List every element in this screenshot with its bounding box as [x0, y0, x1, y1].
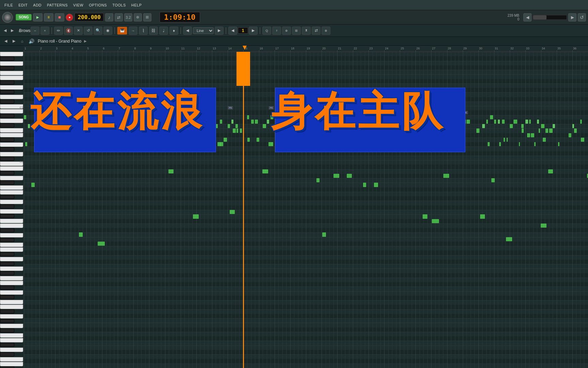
piano-key-36[interactable] [0, 224, 23, 228]
piano-key-55[interactable] [0, 314, 23, 319]
zoom-tool[interactable]: 🔍 [94, 27, 102, 35]
piano-key-28[interactable] [0, 185, 23, 190]
pr-arrow-icon[interactable]: ▶ [84, 39, 87, 43]
piano-key-37[interactable] [0, 228, 14, 232]
piano-key-49[interactable] [0, 286, 14, 290]
piano-key-62[interactable] [0, 348, 23, 352]
refresh-icon[interactable]: ↺ [578, 13, 586, 21]
bpm-display[interactable]: 200.000 [75, 13, 103, 21]
piano-key-19[interactable] [0, 142, 23, 147]
piano-key-50[interactable] [0, 290, 23, 295]
piano-key-2[interactable] [0, 61, 23, 66]
draw-tool[interactable]: ✏ [54, 27, 63, 35]
piano-key-21[interactable] [0, 152, 23, 156]
piano-key-8[interactable] [0, 90, 14, 94]
piano-key-59[interactable] [0, 333, 23, 338]
menu-tools[interactable]: TOOLS [110, 2, 128, 8]
piano-key-7[interactable] [0, 85, 23, 90]
piano-key-47[interactable] [0, 276, 23, 280]
pause-button[interactable]: ⏸ [44, 13, 53, 21]
piano-key-51[interactable] [0, 295, 14, 299]
piano-key-15[interactable] [0, 123, 14, 127]
glue-btn[interactable]: ⊞ [292, 27, 301, 35]
stop-button[interactable]: ⏹ [55, 13, 64, 21]
piano-key-5[interactable] [0, 76, 23, 80]
mute-tool[interactable]: 🔇 [64, 27, 73, 35]
piano-roll-grid[interactable]: 还在流浪 身在主队 E6E6E6E6E6F6F6E6E6E6E6E6 [24, 52, 588, 368]
strum-tool[interactable]: ♩ [159, 27, 168, 35]
pr-home[interactable]: ⌂ [19, 38, 25, 44]
piano-key-30[interactable] [0, 195, 14, 199]
piano-key-29[interactable] [0, 190, 23, 195]
pr-back[interactable]: ◀ [3, 38, 9, 44]
warp-btn[interactable]: ⧗ [302, 27, 311, 35]
menu-help[interactable]: HELP [129, 2, 144, 8]
arrow-right[interactable]: → [129, 27, 137, 35]
piano-key-53[interactable] [0, 305, 23, 309]
arp-btn[interactable]: ⊕ [282, 27, 291, 35]
quantize-btn[interactable]: Q [262, 27, 271, 35]
menu-patterns[interactable]: PATTERNS [45, 2, 70, 8]
piano-key-61[interactable] [0, 343, 14, 347]
piano-key-42[interactable] [0, 252, 14, 256]
piano-key-31[interactable] [0, 200, 23, 204]
chord-btn[interactable]: ♯ [272, 27, 281, 35]
piano-key-46[interactable] [0, 271, 14, 275]
piano-key-16[interactable] [0, 128, 23, 133]
piano-key-45[interactable] [0, 266, 23, 271]
piano-key-6[interactable] [0, 80, 14, 85]
piano-key-25[interactable] [0, 171, 14, 175]
nav-left-icon[interactable]: ◀ [523, 13, 532, 21]
piano-key-13[interactable] [0, 114, 14, 118]
piano-key-33[interactable] [0, 209, 23, 214]
piano-key-58[interactable] [0, 328, 14, 333]
mode-select[interactable]: Line None [193, 27, 214, 34]
menu-options[interactable]: OPTIONS [86, 2, 109, 8]
menu-file[interactable]: FILE [2, 2, 15, 8]
piano-key-26[interactable] [0, 176, 23, 180]
browser-btn[interactable]: Browser [23, 28, 30, 34]
piano-key-43[interactable] [0, 257, 23, 261]
piano-key-4[interactable] [0, 71, 23, 75]
nav-right-icon[interactable]: ▶ [568, 13, 576, 21]
marker-tool[interactable]: ♦ [169, 27, 178, 35]
step-next[interactable]: ▶ [249, 27, 258, 35]
piano-key-40[interactable] [0, 243, 23, 247]
piano-key-44[interactable] [0, 262, 14, 266]
piano-key-18[interactable] [0, 138, 14, 142]
snap-right[interactable]: ▶ [215, 27, 224, 35]
pr-icon[interactable]: 🎹 [117, 27, 127, 35]
piano-key-12[interactable] [0, 109, 23, 113]
piano-key-41[interactable] [0, 247, 23, 252]
erase-tool[interactable]: ✕ [74, 27, 83, 35]
piano-key-20[interactable] [0, 147, 14, 151]
piano-key-14[interactable] [0, 119, 23, 123]
piano-key-63[interactable] [0, 352, 14, 356]
speaker-tool[interactable]: ◉ [103, 27, 112, 35]
loop-icon[interactable]: ⇄ [115, 13, 123, 21]
piano-key-3[interactable] [0, 66, 14, 70]
minus-btn[interactable]: − [31, 27, 39, 35]
piano-key-39[interactable] [0, 238, 14, 242]
link-tool[interactable]: ⛓ [149, 27, 158, 35]
playlist-icon[interactable]: ⊞ [143, 13, 151, 21]
piano-key-35[interactable] [0, 219, 23, 223]
play-button[interactable]: ▶ [33, 13, 43, 21]
record-button[interactable]: ● [66, 14, 73, 21]
overdub-icon[interactable]: 3.2 [124, 13, 132, 21]
bend-tool[interactable]: ⌇ [139, 27, 148, 35]
piano-key-32[interactable] [0, 204, 14, 209]
loop-tool[interactable]: ↺ [84, 27, 93, 35]
piano-key-10[interactable] [0, 99, 14, 104]
pr-fwd[interactable]: ▶ [11, 38, 17, 44]
piano-key-34[interactable] [0, 214, 14, 218]
piano-key-24[interactable] [0, 166, 23, 171]
flip-btn[interactable]: ⇄ [312, 27, 321, 35]
piano-key-56[interactable] [0, 319, 14, 323]
song-button[interactable]: SONG [16, 14, 32, 20]
piano-key-1[interactable] [0, 57, 14, 61]
piano-key-38[interactable] [0, 233, 23, 237]
select-btn[interactable]: ⊗ [322, 27, 330, 35]
piano-key-17[interactable] [0, 133, 23, 137]
menu-add[interactable]: ADD [31, 2, 44, 8]
